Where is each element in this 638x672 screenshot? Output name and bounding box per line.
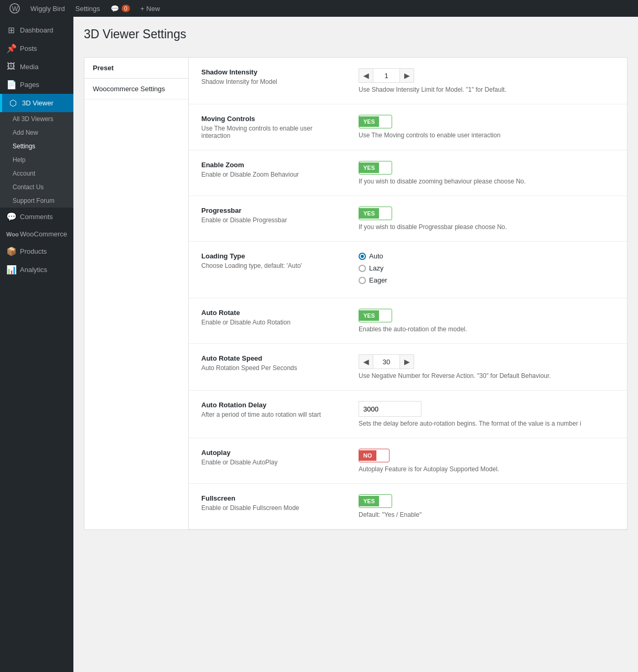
setting-label-moving-controls: Moving Controls: [201, 115, 338, 123]
posts-icon: 📌: [6, 44, 16, 53]
toggle-hint-progressbar: If you wish to disable Progressbar pleas…: [359, 223, 614, 231]
toggle-label-enable-zoom: YES: [359, 162, 379, 173]
submenu-contact-us[interactable]: Contact Us: [0, 180, 73, 194]
sidebar-item-3dviewer[interactable]: ⬡ 3D Viewer: [0, 94, 73, 112]
submenu-support-forum[interactable]: Support Forum: [0, 194, 73, 208]
comments-count: 0: [122, 5, 130, 12]
setting-row-shadow-intensity: Shadow Intensity Shadow Intensity for Mo…: [189, 58, 627, 104]
stepper-auto-rotate-speed: ◀ 30 ▶: [359, 354, 614, 369]
setting-label-progressbar: Progressbar: [201, 207, 338, 214]
stepper-hint-shadow-intensity: Use Shadow Intensity Limit for Model. "1…: [359, 86, 614, 93]
stepper-shadow-intensity: ◀ 1 ▶: [359, 68, 614, 83]
stepper-hint-auto-rotate-speed: Use Negative Number for Reverse Action. …: [359, 372, 614, 380]
setting-desc-enable-zoom: Enable or Disable Zoom Behaviour: [201, 171, 338, 178]
preset-header: Preset: [84, 58, 188, 79]
setting-desc-fullscreen: Enable or Disable Fullscreen Mode: [201, 504, 338, 512]
3dviewer-icon: ⬡: [8, 98, 18, 108]
text-input-auto-rotation-delay[interactable]: [359, 401, 421, 417]
toggle-label-moving-controls: YES: [359, 116, 379, 127]
setting-desc-autoplay: Enable or Disable AutoPlay: [201, 459, 338, 466]
toggle-hint-enable-zoom: If you wish to disable zooming behaviour…: [359, 178, 614, 185]
setting-row-auto-rotate: Auto Rotate Enable or Disable Auto Rotat…: [189, 298, 627, 344]
sidebar-item-dashboard[interactable]: ⊞ Dashboard: [0, 21, 73, 39]
setting-row-moving-controls: Moving Controls Use The Moving controls …: [189, 104, 627, 150]
submenu-help[interactable]: Help: [0, 153, 73, 167]
setting-row-progressbar: Progressbar Enable or Disable Progressba…: [189, 196, 627, 242]
submenu-account[interactable]: Account: [0, 167, 73, 180]
setting-desc-loading-type: Choose Loading type, default: 'Auto': [201, 262, 338, 269]
radio-circle-lazy: [359, 265, 366, 272]
radio-option-loading-type-auto[interactable]: Auto: [359, 252, 614, 260]
toggle-hint-autoplay: Autoplay Feature is for Autoplay Support…: [359, 465, 614, 473]
site-name[interactable]: Wiggly Bird: [25, 0, 70, 17]
setting-row-auto-rotation-delay: Auto Rotation Delay After a period of ti…: [189, 391, 627, 438]
stepper-next-shadow-intensity[interactable]: ▶: [399, 68, 414, 83]
toggle-moving-controls[interactable]: YES: [359, 115, 392, 128]
stepper-prev-shadow-intensity[interactable]: ◀: [359, 68, 373, 83]
text-hint-auto-rotation-delay: Sets the delay before auto-rotation begi…: [359, 420, 614, 427]
sidebar-item-media[interactable]: 🖼 Media: [0, 58, 73, 75]
setting-row-autoplay: Autoplay Enable or Disable AutoPlay NO A…: [189, 438, 627, 484]
analytics-icon: 📊: [6, 265, 16, 275]
svg-text:W: W: [12, 5, 18, 13]
page-title: 3D Viewer Settings: [84, 27, 628, 47]
new-bar-item[interactable]: + New: [135, 0, 165, 17]
toggle-hint-fullscreen: Default: "Yes / Enable": [359, 511, 614, 518]
radio-option-loading-type-eager[interactable]: Eager: [359, 276, 614, 284]
setting-label-fullscreen: Fullscreen: [201, 494, 338, 502]
toggle-label-fullscreen: YES: [359, 496, 379, 506]
toggle-hint-auto-rotate: Enables the auto-rotation of the model.: [359, 326, 614, 333]
sidebar-item-products[interactable]: 📦 Products: [0, 242, 73, 261]
content-wrap: Preset Woocommerce Settings Shadow Inten…: [84, 57, 628, 530]
setting-label-auto-rotation-delay: Auto Rotation Delay: [201, 401, 338, 409]
toggle-enable-zoom[interactable]: YES: [359, 161, 392, 175]
media-icon: 🖼: [6, 62, 16, 71]
setting-label-loading-type: Loading Type: [201, 252, 338, 260]
setting-row-fullscreen: Fullscreen Enable or Disable Fullscreen …: [189, 484, 627, 529]
radio-circle-auto: [359, 253, 366, 260]
toggle-wrap-autoplay: NO: [359, 449, 614, 462]
settings-bar-item[interactable]: Settings: [70, 0, 105, 17]
setting-label-enable-zoom: Enable Zoom: [201, 161, 338, 169]
sidebar-item-comments[interactable]: 💬 Comments: [0, 208, 73, 226]
radio-label-eager: Eager: [369, 276, 387, 284]
toggle-auto-rotate[interactable]: YES: [359, 309, 392, 322]
radio-circle-eager: [359, 277, 366, 284]
toggle-wrap-fullscreen: YES: [359, 494, 614, 508]
toggle-progressbar[interactable]: YES: [359, 207, 392, 220]
sidebar-item-analytics[interactable]: 📊 Analytics: [0, 261, 73, 279]
submenu-add-new[interactable]: Add New: [0, 126, 73, 139]
setting-label-auto-rotate-speed: Auto Rotate Speed: [201, 354, 338, 362]
setting-row-enable-zoom: Enable Zoom Enable or Disable Zoom Behav…: [189, 150, 627, 196]
setting-row-auto-rotate-speed: Auto Rotate Speed Auto Rotation Speed Pe…: [189, 344, 627, 391]
stepper-value-auto-rotate-speed: 30: [373, 354, 399, 369]
setting-desc-progressbar: Enable or Disable Progressbar: [201, 216, 338, 224]
setting-desc-moving-controls: Use The Moving controls to enable user i…: [201, 125, 338, 139]
sidebar-item-posts[interactable]: 📌 Posts: [0, 39, 73, 58]
toggle-wrap-progressbar: YES: [359, 207, 614, 220]
radio-label-auto: Auto: [369, 252, 383, 260]
submenu-3dviewer: All 3D Viewers Add New Settings Help Acc…: [0, 112, 73, 208]
toggle-autoplay[interactable]: NO: [359, 449, 390, 462]
woocommerce-icon: Woo: [6, 231, 16, 237]
submenu-settings[interactable]: Settings: [0, 139, 73, 153]
preset-sidebar: Preset Woocommerce Settings: [84, 57, 189, 530]
setting-label-auto-rotate: Auto Rotate: [201, 309, 338, 317]
toggle-knob-progressbar: [380, 208, 391, 219]
toggle-knob-autoplay: [377, 450, 388, 461]
main-content: 3D Viewer Settings Preset Woocommerce Se…: [73, 17, 638, 672]
stepper-prev-auto-rotate-speed[interactable]: ◀: [359, 354, 373, 369]
wp-logo[interactable]: W: [4, 0, 25, 17]
comments-bar-item[interactable]: 💬 0: [105, 0, 135, 17]
comments-icon: 💬: [6, 212, 16, 222]
submenu-all-3dviewers[interactable]: All 3D Viewers: [0, 112, 73, 126]
toggle-fullscreen[interactable]: YES: [359, 494, 392, 508]
products-icon: 📦: [6, 246, 16, 256]
toggle-hint-moving-controls: Use The Moving controls to enable user i…: [359, 132, 614, 139]
sidebar-item-pages[interactable]: 📄 Pages: [0, 75, 73, 94]
radio-option-loading-type-lazy[interactable]: Lazy: [359, 264, 614, 272]
toggle-wrap-moving-controls: YES: [359, 115, 614, 128]
sidebar-item-woocommerce[interactable]: Woo WooCommerce: [0, 226, 73, 242]
preset-item-woocommerce[interactable]: Woocommerce Settings: [84, 79, 188, 100]
stepper-next-auto-rotate-speed[interactable]: ▶: [399, 354, 414, 369]
